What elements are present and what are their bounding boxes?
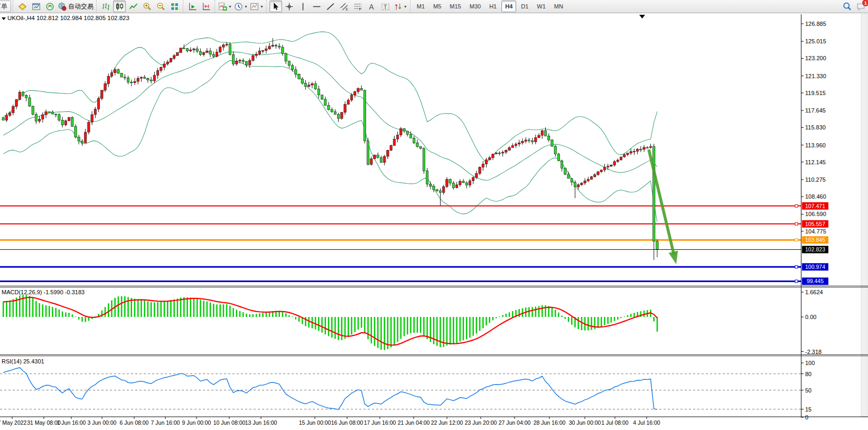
macd-axis-label: 1.6624 — [805, 289, 823, 295]
time-axis-label: 3 Jun 00:00 — [88, 419, 117, 426]
toolbar-group: 自动交易 — [13, 0, 95, 13]
chart-area[interactable]: 107.471105.557103.845100.97499.445102.82… — [0, 13, 868, 430]
price-line-badge: 105.557 — [805, 221, 825, 227]
chart-window-icon[interactable] — [30, 1, 42, 12]
time-axis-label: 7 Jun 16:00 — [151, 419, 180, 426]
timeframe-m15[interactable]: M15 — [446, 1, 464, 12]
chevron-down-icon[interactable]: ▼ — [244, 5, 248, 8]
auto-scroll-icon[interactable] — [186, 1, 199, 12]
price-axis-label: 115.830 — [805, 124, 826, 130]
scrollbar-strip[interactable] — [861, 14, 868, 417]
time-axis-label: 13 Jun 16:00 — [245, 419, 277, 426]
order-group: 订单 — [0, 0, 12, 13]
timeframe-w1[interactable]: W1 — [533, 1, 549, 12]
gold-diamond-icon[interactable] — [16, 1, 29, 12]
new-order-button[interactable]: 订单 — [0, 1, 11, 12]
price-axis-label: 119.515 — [805, 90, 826, 96]
fibonacci-icon[interactable]: F — [352, 1, 365, 12]
vertical-line-icon[interactable] — [297, 1, 310, 12]
chart-shift-icon[interactable] — [200, 1, 212, 12]
price-line-badge: 99.445 — [807, 278, 824, 284]
timeframe-h1[interactable]: H1 — [486, 1, 500, 12]
svg-text:E: E — [346, 7, 348, 11]
price-line-badge: 107.471 — [805, 203, 825, 209]
time-axis-label: 17 Jun 16:00 — [364, 419, 396, 426]
text-icon[interactable]: A — [366, 1, 378, 12]
timeframe-group: M1M5M15M30H1H4D1W1MN — [410, 0, 568, 13]
macd-axis-label: 0.00 — [805, 314, 816, 320]
price-axis-label: 108.460 — [805, 193, 826, 200]
price-axis-label: 117.645 — [805, 107, 826, 114]
svg-text:A: A — [369, 2, 375, 11]
timeframe-m1[interactable]: M1 — [413, 1, 428, 12]
price-axis-label: 121.330 — [805, 73, 826, 79]
autotrading-label: 自动交易 — [68, 2, 94, 11]
price-axis-label: 126.885 — [805, 21, 826, 27]
time-axis-label: 31 May 08:00 — [27, 419, 61, 426]
price-axis-label: 106.590 — [805, 211, 826, 217]
time-axis-label: 28 Jun 16:00 — [534, 419, 566, 426]
cursor-icon[interactable] — [269, 1, 282, 12]
rsi-axis-label: 100 — [805, 360, 815, 366]
time-axis-label: 23 Jun 20:00 — [465, 419, 497, 426]
time-axis-label: 7 May 2022 — [0, 419, 27, 426]
crosshair-icon[interactable] — [283, 1, 296, 12]
price-axis-label: 113.960 — [805, 142, 826, 148]
text-label-icon[interactable]: T — [379, 1, 392, 12]
price-line-badge: 103.845 — [805, 237, 825, 243]
zoom-in-icon[interactable] — [141, 1, 153, 12]
notification-badge: 1 — [862, 0, 868, 7]
time-axis-label: 16 Jun 08:00 — [331, 419, 363, 426]
profile-icon[interactable] — [43, 1, 56, 12]
svg-text:T: T — [384, 3, 387, 10]
toolbar-group — [96, 0, 182, 13]
templates-icon[interactable]: ▼ — [249, 1, 264, 12]
bar-chart-icon[interactable] — [99, 1, 112, 12]
zoom-out-icon[interactable] — [154, 1, 167, 12]
macd-axis-label: -2.318 — [805, 349, 822, 355]
macd-label: MACD(12,26,9) -1.5990 -0.3183 — [2, 289, 85, 295]
arrow-objects-icon[interactable]: ▼ — [393, 1, 408, 12]
candlestick-chart-icon[interactable] — [113, 1, 126, 12]
chat-icon[interactable]: 1 — [854, 1, 867, 12]
line-chart-icon[interactable] — [127, 1, 139, 12]
time-axis-label: 22 Jun 12:00 — [431, 419, 463, 426]
chevron-down-icon[interactable]: ▼ — [260, 5, 264, 8]
price-axis-label: 112.145 — [805, 159, 826, 165]
channel-icon[interactable]: E — [338, 1, 351, 12]
timeframe-d1[interactable]: D1 — [517, 1, 532, 12]
rsi-axis-label: 80 — [805, 371, 811, 377]
time-axis-label: 6 Jun 08:00 — [120, 419, 149, 426]
top-toolbar: 订单 自动交易▼▼▼EFAT▼M1M5M15M30H1H4D1W1MN 1 — [0, 0, 868, 13]
search-icon[interactable] — [841, 1, 853, 12]
chart-canvas[interactable]: 107.471105.557103.845100.97499.445102.82… — [0, 13, 868, 430]
svg-text:F: F — [359, 7, 361, 11]
time-axis-label: 27 Jun 04:00 — [499, 419, 531, 426]
periods-icon[interactable]: ▼ — [234, 1, 248, 12]
chevron-down-icon[interactable]: ▼ — [404, 5, 407, 8]
indicators-icon[interactable]: ▼ — [218, 1, 232, 12]
time-axis-label: 9 Jun 00:00 — [182, 419, 211, 426]
time-axis-label: 15 Jun 00:00 — [299, 419, 331, 426]
timeframe-mn[interactable]: MN — [550, 1, 567, 12]
timeframe-m5[interactable]: M5 — [430, 1, 445, 12]
price-axis-label: 110.275 — [805, 176, 826, 183]
timeframe-m30[interactable]: M30 — [466, 1, 484, 12]
rsi-axis-label: 50 — [805, 387, 811, 394]
time-axis-label: 21 Jun 04:00 — [398, 419, 430, 426]
time-axis-label: 1 Jul 08:00 — [601, 419, 629, 426]
chart-title: UKOil-,H4 102.812 102.984 102.805 102.82… — [7, 15, 129, 21]
chevron-down-icon[interactable]: ▼ — [228, 5, 232, 8]
tile-windows-icon[interactable] — [168, 1, 181, 12]
rsi-axis-label: 0 — [805, 414, 808, 420]
price-axis-label: 104.775 — [805, 228, 826, 235]
trendline-icon[interactable] — [324, 1, 337, 12]
time-axis-label: 30 Jun 00:00 — [569, 419, 601, 426]
time-axis-label: 4 Jul 16:00 — [633, 419, 660, 426]
timeframe-h4[interactable]: H4 — [501, 1, 516, 12]
autotrading-button[interactable]: 自动交易 — [57, 1, 94, 12]
toolbar-group: EFAT▼ — [266, 0, 409, 13]
rsi-axis-label: 15 — [805, 406, 811, 413]
horizontal-line-icon[interactable] — [311, 1, 323, 12]
price-axis-label: 123.200 — [805, 55, 826, 61]
